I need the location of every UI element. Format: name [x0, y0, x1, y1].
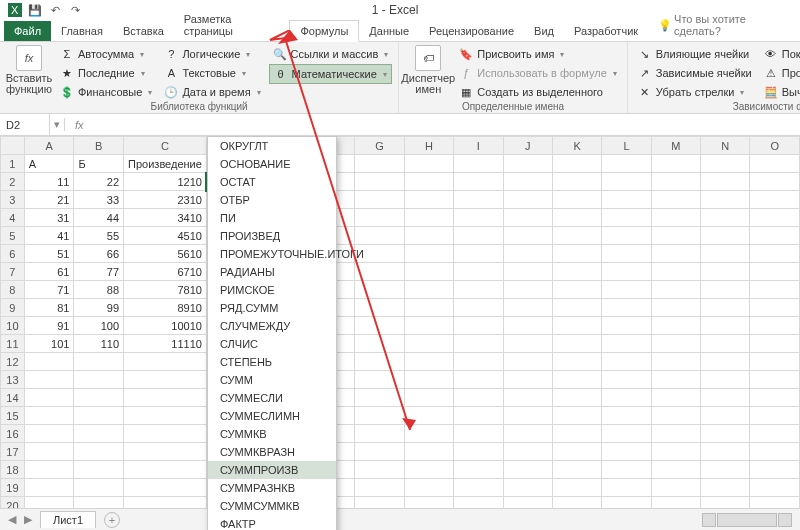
cell[interactable]: 88: [74, 281, 124, 299]
remove-arrows-button[interactable]: ✕Убрать стрелки▾: [634, 83, 756, 101]
cell[interactable]: [454, 299, 503, 317]
cell[interactable]: 77: [74, 263, 124, 281]
cell[interactable]: [454, 245, 503, 263]
cell[interactable]: [701, 317, 750, 335]
cell[interactable]: [701, 155, 750, 173]
cell[interactable]: [355, 281, 404, 299]
tab-home[interactable]: Главная: [51, 21, 113, 41]
cell[interactable]: [750, 443, 800, 461]
cell[interactable]: [24, 479, 74, 497]
row-header[interactable]: 6: [1, 245, 25, 263]
menu-item[interactable]: СУММКВРАЗН: [208, 443, 336, 461]
cell[interactable]: [404, 155, 453, 173]
cell[interactable]: [124, 425, 207, 443]
cell[interactable]: [651, 353, 700, 371]
cell[interactable]: 22: [74, 173, 124, 191]
cell[interactable]: [404, 389, 453, 407]
cell[interactable]: Б: [74, 155, 124, 173]
menu-item[interactable]: ОТБР: [208, 191, 336, 209]
cell[interactable]: [404, 209, 453, 227]
cell[interactable]: 55: [74, 227, 124, 245]
cell[interactable]: [552, 299, 601, 317]
cell[interactable]: 91: [24, 317, 74, 335]
cell[interactable]: [503, 479, 552, 497]
sheet-nav-prev[interactable]: ◀: [8, 513, 16, 526]
menu-item[interactable]: СУММПРОИЗВ: [208, 461, 336, 479]
cell[interactable]: [602, 353, 651, 371]
cell[interactable]: [404, 479, 453, 497]
col-header[interactable]: C: [124, 137, 207, 155]
cell[interactable]: [404, 281, 453, 299]
col-header[interactable]: J: [503, 137, 552, 155]
cell[interactable]: [602, 209, 651, 227]
cell[interactable]: [552, 245, 601, 263]
tab-page-layout[interactable]: Разметка страницы: [174, 9, 290, 41]
cell[interactable]: [454, 281, 503, 299]
lookup-button[interactable]: 🔍Ссылки и массив▾: [269, 45, 393, 63]
undo-icon[interactable]: ↶: [48, 3, 62, 17]
tell-me-search[interactable]: 💡 Что вы хотите сделать?: [648, 9, 800, 41]
row-header[interactable]: 7: [1, 263, 25, 281]
cell[interactable]: [701, 227, 750, 245]
menu-item[interactable]: СТЕПЕНЬ: [208, 353, 336, 371]
cell[interactable]: [503, 407, 552, 425]
cell[interactable]: [404, 173, 453, 191]
cell[interactable]: [701, 173, 750, 191]
tab-insert[interactable]: Вставка: [113, 21, 174, 41]
menu-item[interactable]: СУММРАЗНКВ: [208, 479, 336, 497]
cell[interactable]: [701, 263, 750, 281]
cell[interactable]: [503, 353, 552, 371]
cell[interactable]: 21: [24, 191, 74, 209]
cell[interactable]: [355, 299, 404, 317]
cell[interactable]: [651, 263, 700, 281]
cell[interactable]: [24, 461, 74, 479]
worksheet[interactable]: ABCDEFGHIJKLMNO1АБПроизведениеСум2112212…: [0, 136, 800, 530]
cell[interactable]: [24, 389, 74, 407]
cell[interactable]: [355, 425, 404, 443]
cell[interactable]: [355, 479, 404, 497]
cell[interactable]: [355, 227, 404, 245]
tab-view[interactable]: Вид: [524, 21, 564, 41]
redo-icon[interactable]: ↷: [68, 3, 82, 17]
cell[interactable]: [602, 173, 651, 191]
cell[interactable]: 99: [74, 299, 124, 317]
cell[interactable]: [355, 389, 404, 407]
cell[interactable]: [552, 461, 601, 479]
cell[interactable]: [454, 317, 503, 335]
math-button[interactable]: θМатематические▾: [269, 64, 393, 84]
cell[interactable]: 61: [24, 263, 74, 281]
cell[interactable]: [552, 479, 601, 497]
cell[interactable]: [124, 407, 207, 425]
cell[interactable]: [454, 227, 503, 245]
cell[interactable]: [503, 245, 552, 263]
cell[interactable]: 41: [24, 227, 74, 245]
cell[interactable]: [651, 461, 700, 479]
cell[interactable]: [454, 425, 503, 443]
cell[interactable]: [454, 209, 503, 227]
cell[interactable]: [651, 479, 700, 497]
dropdown-icon[interactable]: ▾: [50, 118, 65, 131]
row-header[interactable]: 9: [1, 299, 25, 317]
cell[interactable]: [552, 407, 601, 425]
cell[interactable]: 5610: [124, 245, 207, 263]
cell[interactable]: 2310: [124, 191, 207, 209]
cell[interactable]: [701, 389, 750, 407]
cell[interactable]: [404, 263, 453, 281]
cell[interactable]: [651, 155, 700, 173]
cell[interactable]: [651, 191, 700, 209]
cell[interactable]: [552, 227, 601, 245]
cell[interactable]: [24, 425, 74, 443]
logical-button[interactable]: ?Логические▾: [160, 45, 264, 63]
cell[interactable]: [602, 407, 651, 425]
cell[interactable]: [602, 299, 651, 317]
cell[interactable]: [454, 263, 503, 281]
menu-item[interactable]: ПРОИЗВЕД: [208, 227, 336, 245]
cell[interactable]: [602, 317, 651, 335]
col-header[interactable]: M: [651, 137, 700, 155]
cell[interactable]: 101: [24, 335, 74, 353]
cell[interactable]: [74, 461, 124, 479]
cell[interactable]: [651, 443, 700, 461]
row-header[interactable]: 11: [1, 335, 25, 353]
row-header[interactable]: 8: [1, 281, 25, 299]
menu-item[interactable]: СУММЕСЛИ: [208, 389, 336, 407]
